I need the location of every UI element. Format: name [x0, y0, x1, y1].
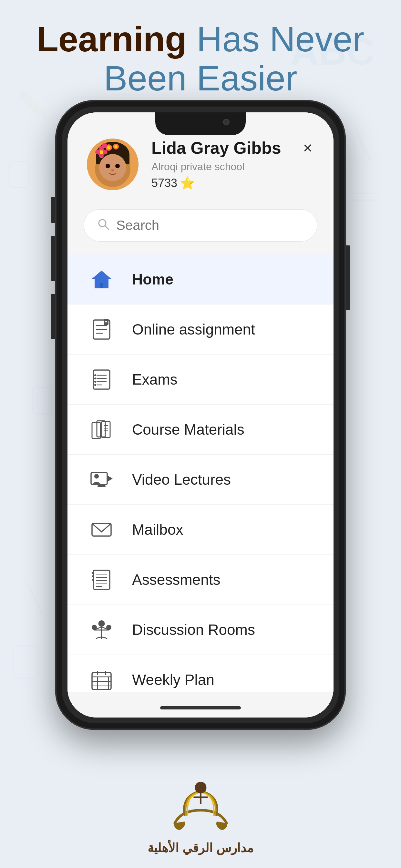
video-lectures-label: Video Lectures: [132, 471, 231, 488]
svg-point-46: [94, 374, 96, 376]
header-bold: Learning: [37, 19, 187, 59]
svg-rect-67: [92, 572, 94, 574]
svg-point-47: [94, 377, 96, 379]
star-icon: ⭐: [180, 176, 195, 190]
menu-item-course-materials[interactable]: Course Materials: [67, 405, 334, 455]
logo-svg: [168, 778, 233, 836]
menu-item-online-assignment[interactable]: Online assignment: [67, 305, 334, 354]
volume-down-button: [51, 236, 55, 281]
svg-rect-52: [102, 422, 110, 438]
svg-point-49: [94, 384, 96, 386]
discussion-rooms-label: Discussion Rooms: [132, 621, 255, 639]
video-lectures-icon: [87, 465, 116, 494]
svg-point-26: [115, 145, 118, 148]
discipline-icon: [87, 715, 116, 717]
notch: [155, 113, 246, 135]
footer-logo: مدارس الرقي الأهلية: [148, 778, 253, 855]
search-input[interactable]: [116, 218, 304, 233]
profile-school: Alroqi private school: [151, 161, 281, 173]
svg-rect-68: [92, 576, 94, 578]
profile-info: Lida Gray Gibbs Alroqi private school 57…: [151, 138, 281, 190]
header: Learning Has Never Been Easier: [0, 20, 401, 97]
profile-stars: 5733 ⭐: [151, 176, 281, 190]
exams-label: Exams: [132, 371, 178, 388]
menu-item-discussion-rooms[interactable]: Discussion Rooms: [67, 605, 334, 655]
phone-mockup: ×: [55, 100, 346, 730]
logo-text: مدارس الرقي الأهلية: [148, 841, 253, 855]
header-line1: Learning Has Never: [0, 20, 401, 58]
svg-rect-2: [10, 161, 29, 187]
search-icon: [97, 218, 110, 234]
svg-rect-3: [32, 388, 52, 413]
close-button[interactable]: ×: [298, 138, 317, 158]
header-line2: Been Easier: [0, 58, 401, 97]
svg-point-70: [98, 620, 104, 627]
menu-list: Home: [67, 254, 334, 692]
front-camera: [223, 119, 229, 125]
menu-item-exams[interactable]: Exams: [67, 354, 334, 405]
assignment-label: Online assignment: [132, 321, 255, 338]
phone-inner: ×: [62, 106, 339, 723]
svg-rect-50: [92, 423, 100, 438]
svg-line-6: [26, 581, 42, 614]
svg-point-30: [99, 154, 104, 158]
home-icon: [87, 265, 116, 294]
svg-point-19: [111, 169, 114, 172]
mailbox-icon: [87, 515, 116, 544]
svg-point-28: [103, 150, 107, 154]
menu-item-video-lectures[interactable]: Video Lectures: [67, 455, 334, 505]
weekly-plan-icon: [87, 665, 116, 694]
assessments-label: Assessments: [132, 571, 220, 588]
home-indicator: [160, 706, 241, 709]
course-materials-label: Course Materials: [132, 421, 244, 438]
power-button: [346, 245, 350, 310]
mute-button: [51, 294, 55, 339]
screen-content: ×: [67, 113, 334, 717]
menu-item-mailbox[interactable]: Mailbox: [67, 505, 334, 555]
discussion-rooms-icon: [87, 615, 116, 644]
menu-item-home[interactable]: Home: [67, 254, 334, 305]
svg-point-29: [99, 146, 104, 151]
assessments-icon: [87, 565, 116, 594]
header-light: Has Never: [187, 19, 364, 59]
svg-line-32: [105, 226, 109, 229]
phone-screen: ×: [67, 113, 334, 717]
svg-rect-38: [104, 319, 109, 325]
svg-rect-58: [97, 485, 105, 487]
svg-point-16: [99, 154, 126, 181]
svg-line-5: [355, 129, 371, 161]
svg-point-92: [195, 782, 206, 794]
weekly-plan-label: Weekly Plan: [132, 671, 214, 688]
mailbox-label: Mailbox: [132, 521, 183, 538]
points-value: 5733: [151, 176, 177, 190]
svg-point-18: [115, 164, 120, 168]
assignment-icon: [87, 315, 116, 344]
profile-section: Lida Gray Gibbs Alroqi private school 57…: [87, 138, 281, 190]
svg-point-21: [99, 150, 103, 154]
home-label: Home: [132, 271, 174, 288]
svg-rect-33: [100, 283, 103, 288]
svg-rect-51: [97, 421, 105, 437]
svg-point-48: [94, 381, 96, 383]
svg-rect-69: [92, 579, 94, 581]
svg-point-17: [105, 164, 110, 168]
exams-icon: [87, 365, 116, 394]
phone-outer: ×: [55, 100, 346, 730]
avatar: [87, 138, 138, 190]
course-materials-icon: [87, 415, 116, 444]
svg-rect-41: [93, 370, 110, 389]
svg-point-27: [95, 150, 100, 154]
svg-point-59: [94, 474, 99, 478]
svg-point-23: [107, 146, 111, 149]
profile-name: Lida Gray Gibbs: [151, 138, 281, 158]
svg-marker-57: [107, 476, 112, 482]
search-bar[interactable]: [84, 209, 317, 242]
volume-up-button: [51, 197, 55, 223]
menu-item-weekly-plan[interactable]: Weekly Plan: [67, 655, 334, 705]
svg-rect-8: [13, 646, 39, 678]
menu-item-assessments[interactable]: Assessments: [67, 555, 334, 605]
